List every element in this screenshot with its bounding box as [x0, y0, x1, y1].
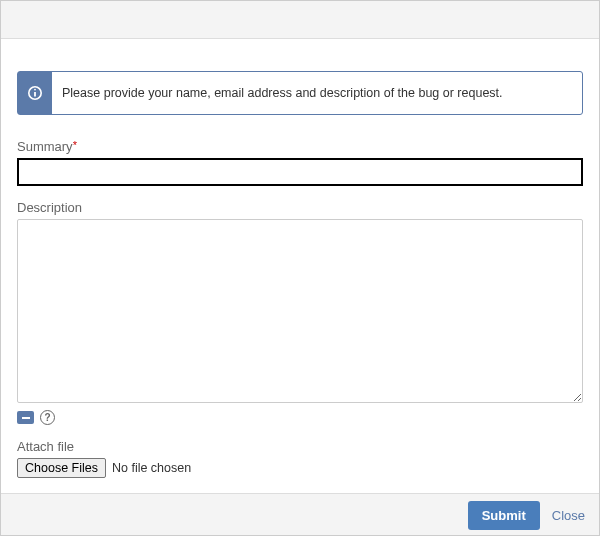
close-link[interactable]: Close	[552, 508, 585, 523]
dialog-footer: Submit Close	[1, 493, 599, 536]
svg-point-2	[34, 89, 36, 91]
required-indicator: *	[73, 139, 77, 151]
info-banner-text: Please provide your name, email address …	[52, 72, 513, 114]
description-toolbar: ?	[17, 410, 583, 425]
submit-button[interactable]: Submit	[468, 501, 540, 530]
choose-files-button[interactable]: Choose Files	[17, 458, 106, 478]
info-icon	[18, 72, 52, 114]
summary-input[interactable]	[17, 158, 583, 186]
attach-label: Attach file	[17, 439, 583, 454]
dialog-content-scroll[interactable]: Please provide your name, email address …	[1, 39, 599, 493]
summary-label: Summary*	[17, 139, 583, 154]
dialog-header-strip	[1, 1, 599, 39]
editor-mode-icon[interactable]	[17, 411, 34, 424]
description-label: Description	[17, 200, 583, 215]
info-banner: Please provide your name, email address …	[17, 71, 583, 115]
name-label: Name	[17, 492, 583, 493]
description-textarea[interactable]	[17, 219, 583, 403]
file-chosen-status: No file chosen	[112, 461, 191, 475]
help-icon[interactable]: ?	[40, 410, 55, 425]
